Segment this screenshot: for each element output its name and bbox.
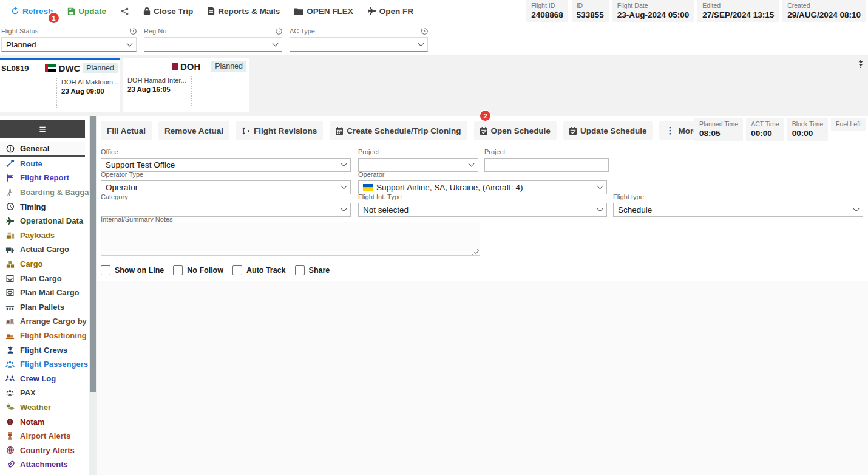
project-input-field: Project (484, 148, 609, 172)
weather-icon (5, 403, 15, 411)
project-input[interactable] (484, 158, 609, 172)
history-icon[interactable] (421, 28, 428, 35)
sidebar-item-flight-report[interactable]: Flight Report (0, 171, 89, 185)
globe-icon (5, 446, 15, 454)
sidebar-item-general[interactable]: General (0, 142, 85, 157)
no-follow-checkbox[interactable] (173, 265, 183, 275)
sidebar-item-flight-positioning[interactable]: Flight Positioning (0, 329, 89, 343)
close-trip-button[interactable]: Close Trip (136, 0, 200, 22)
project-select[interactable] (358, 158, 478, 172)
flight-info-strip: Flight ID 2408868 ID 533855 Flight Date … (526, 0, 868, 22)
sidebar-item-pax[interactable]: PAX (0, 386, 89, 400)
chevron-down-icon (597, 183, 603, 190)
office-select[interactable]: Support Test Office (101, 158, 351, 172)
reg-no-select[interactable] (144, 37, 282, 52)
remove-actual-button[interactable]: Remove Actual (158, 121, 229, 140)
sidebar-menu-toggle[interactable]: ≡ (0, 120, 85, 138)
sidebar-item-plan-mail-cargo[interactable]: Plan Mail Cargo (0, 285, 89, 300)
flight-id-box: Flight ID 2408868 (526, 0, 568, 22)
update-schedule-button[interactable]: Update Schedule (563, 121, 653, 140)
uae-flag-icon (45, 64, 56, 72)
annotation-badge-1: 1 (49, 13, 59, 23)
flight-type-select[interactable]: Schedule (613, 203, 863, 217)
flag-icon (5, 174, 15, 182)
flight-revisions-button[interactable]: Flight Revisions (236, 121, 323, 140)
sidebar-menu: General Route Flight Report Boarding & B… (0, 142, 89, 475)
create-schedule-button[interactable]: Create Schedule/Trip Cloning (330, 121, 467, 140)
sidebar-item-operational-data[interactable]: Operational Data (0, 214, 89, 228)
pax-group-icon (5, 389, 15, 397)
sidebar-item-arrange-cargo[interactable]: Arrange Cargo by ... (0, 314, 89, 329)
hamburger-icon: ≡ (39, 123, 46, 136)
sidebar-item-flight-crews[interactable]: Flight Crews (0, 343, 89, 357)
flight-status-select[interactable]: Planned (1, 37, 137, 52)
sidebar-item-plan-cargo[interactable]: Plan Cargo (0, 271, 89, 285)
chevron-down-icon (418, 40, 424, 46)
project-select-field: Project (358, 148, 478, 172)
open-flex-button[interactable]: OPEN FLEX (287, 0, 361, 22)
lock-icon (143, 7, 151, 15)
more-vertical-icon: ⋮ (665, 125, 674, 136)
airport-code: DOH (180, 61, 200, 72)
category-select[interactable] (101, 203, 351, 217)
sidebar-item-plan-pallets[interactable]: Plan Pallets (0, 300, 89, 315)
cargo-boxes-icon (5, 260, 15, 268)
sidebar-item-partial[interactable] (0, 472, 89, 475)
main-panel: Fill Actual Remove Actual Flight Revisio… (97, 116, 868, 475)
chevron-down-icon (341, 183, 347, 190)
sidebar-item-crew-log[interactable]: Crew Log (0, 372, 89, 386)
sidebar-item-actual-cargo[interactable]: Actual Cargo (0, 242, 89, 257)
open-fr-button[interactable]: Open FR (361, 0, 421, 22)
planned-time-box: Planned Time 08:05 (694, 118, 743, 141)
sidebar-item-route[interactable]: Route (0, 157, 89, 171)
sidebar-item-timing[interactable]: Timing (0, 199, 89, 214)
sidebar-item-flight-passengers[interactable]: Flight Passengers (0, 357, 89, 372)
sidebar-item-notam[interactable]: Notam (0, 414, 89, 429)
history-icon[interactable] (130, 28, 137, 35)
calendar-check-icon (569, 127, 577, 135)
leg-card-strip: SL0819 DWC Planned DOH Al Maktoum... 23 … (0, 55, 868, 116)
history-icon[interactable] (276, 28, 282, 35)
auto-track-checkbox[interactable] (232, 265, 242, 275)
collapse-panel-icon[interactable] (857, 60, 864, 68)
annotation-badge-2: 2 (480, 111, 490, 121)
operator-type-select[interactable]: Operator (101, 180, 351, 194)
sidebar-scrollbar[interactable] (89, 116, 97, 475)
fill-actual-button[interactable]: Fill Actual (101, 121, 152, 140)
sidebar-item-weather[interactable]: Weather (0, 400, 89, 415)
chevron-down-icon (853, 206, 860, 212)
show-on-line-checkbox[interactable] (101, 265, 110, 275)
passengers-icon (5, 360, 15, 369)
route-dotted-line (191, 76, 192, 106)
sidebar-item-payloads[interactable]: Payloads (0, 228, 89, 243)
flight-ops-page: { "topbar": { "buttons": { "refresh": "R… (0, 0, 868, 475)
sidebar-item-attachments[interactable]: Attachments (0, 457, 89, 472)
sidebar-item-country-alerts[interactable]: Country Alerts (0, 443, 89, 457)
alert-icon (5, 418, 15, 426)
filter-bar: Flight Status Planned Reg No AC Type (0, 22, 868, 55)
leg-card-departure[interactable]: SL0819 DWC Planned DOH Al Maktoum... 23 … (0, 58, 120, 112)
crew-person-icon (5, 346, 15, 354)
calendar-check-icon (480, 127, 487, 135)
share-checkbox[interactable] (295, 265, 305, 275)
airport-name: DOH Al Maktoum... (61, 78, 118, 87)
plane-icon (368, 7, 376, 15)
time-stats: Planned Time 08:05 ACT Time 00:00 Block … (694, 118, 866, 141)
top-toolbar: Refresh Update Close Trip Reports & Mail… (0, 0, 868, 22)
reports-mails-button[interactable]: Reports & Mails (200, 0, 287, 22)
scrollbar-thumb[interactable] (90, 116, 96, 392)
update-button[interactable]: Update (60, 0, 114, 22)
open-schedule-button[interactable]: Open Schedule (474, 121, 557, 140)
pallet-icon (5, 302, 15, 311)
clock-icon (5, 202, 15, 211)
flight-int-type-select[interactable]: Not selected (358, 203, 607, 217)
sidebar-item-boarding-baggage[interactable]: Boarding & Baggage (0, 185, 89, 200)
sidebar-item-airport-alerts[interactable]: Airport Alerts (0, 429, 89, 443)
ac-type-select[interactable] (290, 37, 428, 52)
leg-card-arrival[interactable]: DOH Planned DOH Hamad Inter... 23 Aug 16… (123, 58, 249, 112)
sidebar-item-cargo[interactable]: Cargo (0, 257, 89, 272)
share-button[interactable] (114, 0, 136, 22)
tower-icon (5, 432, 15, 440)
operator-select[interactable]: Support Airline, SA, Ukraine, (Aircraft:… (358, 180, 607, 194)
internal-summary-notes-textarea[interactable] (101, 222, 480, 256)
